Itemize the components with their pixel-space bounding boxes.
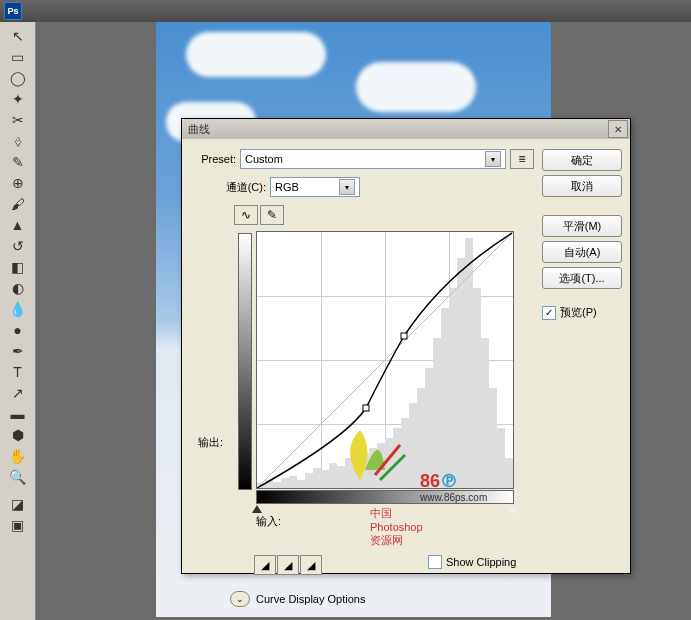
path-tool[interactable]: ↗ [5,383,31,403]
tools-panel: ↖ ▭ ◯ ✦ ✂ ⎀ ✎ ⊕ 🖌 ▲ ↺ ◧ ◐ 💧 ● ✒ T ↗ ▬ ⬢ … [0,22,36,620]
channel-label: 通道(C): [220,180,266,195]
display-options-label: Curve Display Options [256,593,365,605]
type-tool[interactable]: T [5,362,31,382]
curve-graph[interactable] [256,231,514,489]
preset-value: Custom [245,153,283,165]
marquee-tool[interactable]: ▭ [5,47,31,67]
curve-pencil-tool[interactable]: ✎ [260,205,284,225]
move-tool[interactable]: ↖ [5,26,31,46]
dodge-tool[interactable]: ● [5,320,31,340]
options-button[interactable]: 选项(T)... [542,267,622,289]
output-label: 输出: [198,435,223,450]
chevron-down-icon: ▾ [485,151,501,167]
checkmark-icon: ✓ [542,306,556,320]
stamp-tool[interactable]: ▲ [5,215,31,235]
close-button[interactable]: ✕ [608,120,628,138]
curves-dialog: 曲线 ✕ Preset: Custom ▾ ≡ 通道(C): RGB ▾ [181,118,631,574]
fg-bg-swatch[interactable]: ◪ [5,494,31,514]
black-eyedropper-icon[interactable]: ◢ [254,555,276,575]
input-label: 输入: [256,514,514,529]
curve-line [257,232,513,488]
crop-tool[interactable]: ✂ [5,110,31,130]
gradient-tool[interactable]: ◐ [5,278,31,298]
eraser-tool[interactable]: ◧ [5,257,31,277]
pen-tool[interactable]: ✒ [5,341,31,361]
preview-checkbox[interactable]: ✓ 预览(P) [542,305,622,320]
lasso-tool[interactable]: ◯ [5,68,31,88]
preset-menu-icon[interactable]: ≡ [510,149,534,169]
white-eyedropper-icon[interactable]: ◢ [300,555,322,575]
show-clipping-checkbox[interactable]: Show Clipping [428,555,516,569]
preset-label: Preset: [190,153,236,165]
history-brush-tool[interactable]: ↺ [5,236,31,256]
auto-button[interactable]: 自动(A) [542,241,622,263]
zoom-tool[interactable]: 🔍 [5,467,31,487]
preview-label: 预览(P) [560,305,597,320]
healing-tool[interactable]: ⊕ [5,173,31,193]
shape-tool[interactable]: ▬ [5,404,31,424]
channel-value: RGB [275,181,299,193]
black-point-slider[interactable] [252,505,262,513]
gray-eyedropper-icon[interactable]: ◢ [277,555,299,575]
ok-button[interactable]: 确定 [542,149,622,171]
svg-rect-1 [363,405,369,411]
expand-display-options[interactable]: ⌄ [230,591,250,607]
quickmask-tool[interactable]: ▣ [5,515,31,535]
app-titlebar: Ps [0,0,691,22]
white-point-slider[interactable] [508,505,518,513]
input-gradient [256,490,514,504]
slice-tool[interactable]: ⎀ [5,131,31,151]
preset-dropdown[interactable]: Custom ▾ [240,149,506,169]
ps-logo: Ps [4,2,22,20]
blur-tool[interactable]: 💧 [5,299,31,319]
show-clipping-label: Show Clipping [446,556,516,568]
dialog-titlebar[interactable]: 曲线 ✕ [182,119,630,139]
eyedropper-tool[interactable]: ✎ [5,152,31,172]
hand-tool[interactable]: ✋ [5,446,31,466]
svg-rect-2 [401,333,407,339]
brush-tool[interactable]: 🖌 [5,194,31,214]
chevron-down-icon: ▾ [339,179,355,195]
dialog-title-text: 曲线 [188,122,210,137]
curve-point-tool[interactable]: ∿ [234,205,258,225]
svg-line-0 [257,232,513,488]
3d-tool[interactable]: ⬢ [5,425,31,445]
output-gradient [238,233,252,490]
wand-tool[interactable]: ✦ [5,89,31,109]
channel-dropdown[interactable]: RGB ▾ [270,177,360,197]
cancel-button[interactable]: 取消 [542,175,622,197]
smooth-button[interactable]: 平滑(M) [542,215,622,237]
